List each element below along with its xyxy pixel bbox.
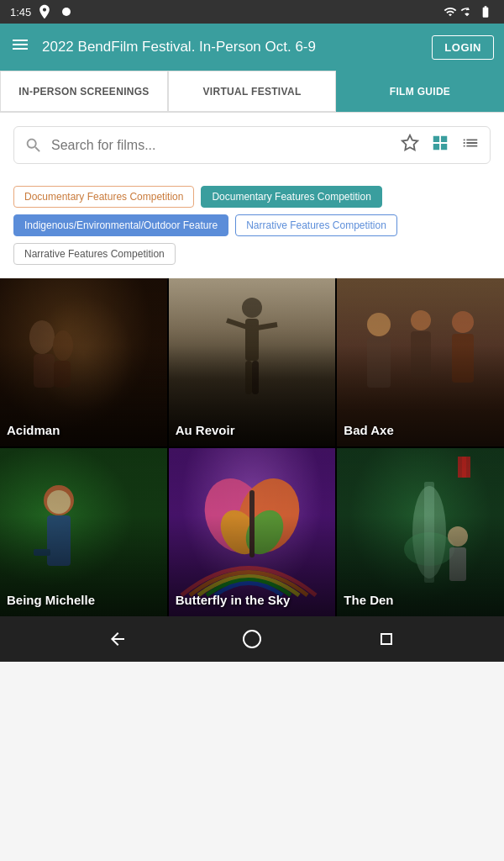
film-card-au-revoir[interactable]: Au Revoir (169, 278, 336, 446)
svg-rect-35 (381, 634, 391, 644)
tab-film-guide[interactable]: FILM GUIDE (336, 71, 504, 112)
search-input[interactable] (51, 138, 392, 153)
filter-tag-narrative-1[interactable]: Narrative Features Competition (235, 214, 397, 236)
svg-point-34 (244, 631, 260, 647)
film-card-being-michelle[interactable]: Being Michelle (0, 448, 167, 616)
wifi-icon (444, 5, 457, 18)
film-grid: Acidman Au Revoir Bad Axe Being Michelle (0, 278, 504, 616)
film-title-butterfly: Butterfly in the Sky (176, 592, 291, 609)
list-view-button[interactable] (461, 134, 480, 156)
film-card-den[interactable]: The Den (337, 448, 504, 616)
svg-marker-1 (402, 135, 417, 150)
top-nav: 2022 BendFilm Festival. In-Person Oct. 6… (0, 24, 504, 71)
status-time: 1:45 (10, 6, 31, 18)
favorites-icon-button[interactable] (401, 134, 419, 156)
home-button[interactable] (235, 622, 269, 656)
tab-bar: IN-PERSON SCREENINGS VIRTUAL FESTIVAL FI… (0, 71, 504, 113)
back-button[interactable] (101, 622, 134, 656)
film-card-bad-axe[interactable]: Bad Axe (337, 278, 504, 446)
search-box (13, 126, 491, 164)
tab-virtual[interactable]: VIRTUAL FESTIVAL (168, 71, 336, 112)
hamburger-button[interactable] (10, 34, 30, 60)
alarm-icon (36, 3, 53, 20)
battery-icon (477, 5, 494, 18)
grid-view-button[interactable] (431, 134, 449, 156)
svg-point-0 (62, 8, 71, 16)
film-title-being-michelle: Being Michelle (7, 592, 95, 609)
status-right (444, 5, 494, 18)
filter-tag-indigenous[interactable]: Indigenous/Environmental/Outdoor Feature (13, 214, 228, 236)
signal-icon (460, 5, 474, 18)
login-button[interactable]: LOGIN (432, 35, 494, 60)
film-title-bad-axe: Bad Axe (344, 422, 393, 439)
record-icon (58, 3, 75, 20)
nav-title: 2022 BendFilm Festival. In-Person Oct. 6… (42, 39, 420, 55)
film-card-acidman[interactable]: Acidman (0, 278, 167, 446)
status-left: 1:45 (10, 3, 75, 20)
search-icon (24, 136, 43, 155)
tab-in-person[interactable]: IN-PERSON SCREENINGS (0, 71, 168, 112)
filter-tag-doc-comp-2[interactable]: Documentary Features Competition (201, 186, 381, 208)
filter-tag-doc-comp-1[interactable]: Documentary Features Competition (13, 186, 194, 208)
film-title-acidman: Acidman (7, 422, 60, 439)
filter-tag-narrative-2[interactable]: Narrative Features Competition (13, 243, 176, 265)
film-title-den: The Den (344, 592, 393, 609)
film-card-butterfly[interactable]: Butterfly in the Sky (169, 448, 336, 616)
bottom-nav (0, 616, 504, 662)
search-area (0, 113, 504, 186)
status-bar: 1:45 (0, 0, 504, 24)
filter-tags: Documentary Features Competition Documen… (0, 186, 504, 278)
recent-apps-button[interactable] (370, 622, 403, 656)
film-title-au-revoir: Au Revoir (176, 422, 235, 439)
search-icons (401, 134, 480, 156)
